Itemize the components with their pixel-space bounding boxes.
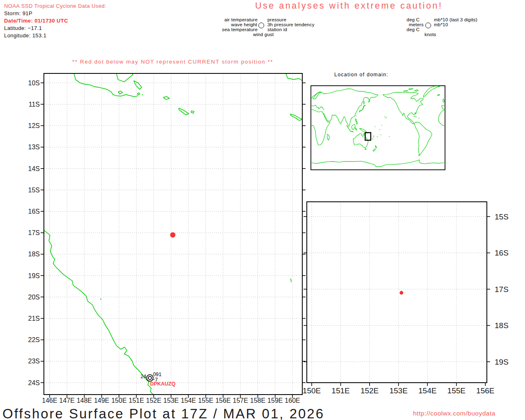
coastline [163,96,169,99]
legend-unit-mb10-last3: mb*10 (last 3 digits) [434,17,477,22]
main-map-lat-label: 22S [28,336,40,343]
main-map-lat-label: 11S [29,101,40,108]
main-map-lon-label: 154E [181,397,196,404]
longitude-line: Longitude: 153.1 [4,32,106,39]
world-island-dot [389,136,390,137]
zoom-map-lon-label: 155E [447,386,466,395]
world-island-dot [356,115,356,116]
main-map-lat-label: 21S [28,315,40,322]
latitude-line: Latitude: −17.1 [4,25,106,32]
offshore-surface-plot-page: 146E147E148E149E150E151E152E153E154E155E… [0,0,525,420]
main-map-lon-label: 148E [77,397,92,404]
main-map-lon-label: 157E [233,397,248,404]
zoom-map-border [307,202,487,383]
station-symbol-icon [425,23,431,28]
station-pressure: 091 [153,372,162,377]
main-map-lon-label: 152E [146,397,161,404]
main-map-lat-label: 18S [28,251,40,258]
caution-banner: Use analyses with extreme caution! [255,1,443,11]
legend-unit-meters: meters [409,22,424,27]
main-map-lat-label: 24S [28,379,40,386]
legend-pressure-label: pressure [267,17,286,22]
world-island-dot [377,137,378,137]
main-map-lat-label: 19S [28,272,40,279]
world-inset-title: Location of domain: [334,72,388,78]
main-map-lon-label: 149E [94,397,109,404]
main-map-lat-label: 16S [28,208,40,215]
world-island-dot [374,126,375,127]
coastline [74,73,138,97]
storm-id-line: Storm: 91P [4,10,106,17]
world-island-dot [352,118,352,119]
main-map-lat-label: 12S [28,122,40,129]
storm-dot-main [170,232,176,237]
main-map-lon-label: 158E [250,397,265,404]
coastline [291,278,291,282]
zoom-map-lat-label: 18S [495,321,509,330]
legend-air-temperature-label: air temperature [224,17,258,22]
zoom-map-lat-label: 16S [495,249,509,257]
coastline [286,73,302,81]
main-map-lat-label: 10S [28,80,40,87]
world-island-dot [341,124,342,125]
coastline [290,114,302,121]
station-id: DPKAUZQ [150,381,176,387]
world-island-dot [384,116,385,117]
world-island-dot [373,137,374,137]
legend-station-id-label: station id [267,27,287,32]
plot-title: Offshore Surface Plot at 17Z / MAR 01, 2… [2,406,324,420]
zoom-map-lon-label: 151E [331,386,349,395]
main-map-lon-label: 155E [198,397,213,404]
legend-wind-gust-label: wind gust [253,32,274,37]
main-map-lon-label: 160E [285,397,300,404]
legend-pressure-tendency-label: 3h pressure tendency [267,22,315,27]
world-island-dot [386,117,387,118]
legend-sea-temperature-label: sea temperature [222,27,258,32]
world-island-dot [385,118,386,119]
world-island-dot [381,135,381,135]
coastline [44,230,153,395]
world-island-dot [379,130,380,130]
zoom-map-lon-label: 153E [389,386,407,395]
zoom-map-lon-label: 156E [476,386,494,395]
world-island-dot [373,135,374,136]
station-air-temp: 24 [141,374,146,379]
buoydata-link[interactable]: http://coolwx.com/buoydata [413,410,495,417]
storm-info-block: NOAA SSD Tropical Cyclone Data Used: Sto… [4,2,106,39]
zoom-map-lat-label: 19S [495,358,509,366]
storm-position-warning: ** Red dot below may NOT represent CURRE… [72,59,273,65]
data-source-line: NOAA SSD Tropical Cyclone Data Used: [4,2,106,10]
main-map-lon-label: 147E [59,397,75,404]
main-map-lat-label: 13S [28,144,40,151]
datetime-line: Date/Time: 01/1730 UTC [4,17,106,25]
legend-unit-degc-air: deg C [406,17,420,22]
coastline [118,91,123,94]
main-map-lat-label: 23S [28,358,40,365]
coastline [134,81,142,89]
main-map-lon-label: 150E [111,397,126,404]
world-coastline [364,101,364,105]
zoom-map-lat-label: 17S [495,285,509,294]
main-map-lat-label: 17S [28,229,40,236]
main-map-lon-label: 153E [163,397,178,404]
main-map-lat-label: 15S [28,187,40,194]
storm-dot-zoom [399,291,403,294]
legend-wave-height-label: wave height [231,22,257,27]
coastline [137,93,140,95]
legend-unit-knots: knots [425,32,436,37]
legend-unit-degc-sea: deg C [406,27,420,32]
main-map-lat-label: 14S [28,165,40,172]
island-dot [142,94,143,95]
world-island-dot [373,139,374,139]
zoom-map-lat-label: 15S [495,212,509,221]
main-map-lon-label: 156E [215,397,231,404]
main-map-lat-label: 20S [28,294,40,301]
zoom-map-lon-label: 154E [418,386,436,395]
station-symbol-icon [258,23,264,28]
world-island-dot [372,138,373,139]
main-map-lon-label: 146E [42,397,57,404]
world-island-dot [381,125,382,126]
world-inset-border [311,86,445,170]
coastline [191,111,194,113]
legend-unit-mb10: mb*10 [434,22,448,27]
